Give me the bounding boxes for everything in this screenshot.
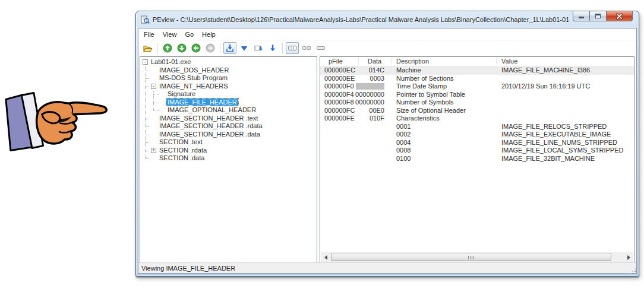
minimize-button[interactable] <box>573 11 590 21</box>
tree-item-section-header-text[interactable]: IMAGE_SECTION_HEADER .text <box>140 115 317 123</box>
horizontal-scrollbar[interactable] <box>321 252 633 262</box>
tree-item-section-header-data[interactable]: IMAGE_SECTION_HEADER .data <box>140 131 317 139</box>
tree-item-signature[interactable]: Signature <box>140 90 317 99</box>
menu-view[interactable]: View <box>159 30 181 39</box>
tree-item-section-rdata[interactable]: + SECTION .rdata <box>140 147 317 155</box>
tree-item-section-text[interactable]: SECTION .text <box>140 138 317 147</box>
status-text: Viewing IMAGE_FILE_HEADER <box>141 265 235 272</box>
tree-item-section-data[interactable]: SECTION .data <box>140 154 317 163</box>
table-row[interactable]: 0004 IMAGE_FILE_LINE_NUMS_STRIPPED <box>320 139 634 147</box>
cell-description: 0004 <box>396 139 411 147</box>
tree-item-label: IMAGE_NT_HEADERS <box>158 82 229 90</box>
column-separator <box>496 58 497 65</box>
folder-open-icon <box>143 45 153 52</box>
table-row[interactable]: 000000F0 Time Date Stamp 2010/12/19 Sun … <box>320 82 634 91</box>
tree-item-section-header-rdata[interactable]: IMAGE_SECTION_HEADER .rdata <box>140 122 317 131</box>
columns-view-icon <box>288 43 297 53</box>
goto-parent-button[interactable] <box>252 42 265 54</box>
tree-item-image-dos-header[interactable]: IMAGE_DOS_HEADER <box>140 66 317 75</box>
tree-item-msdos-stub-program[interactable]: MS-DOS Stub Program <box>140 74 317 82</box>
view-single-button[interactable] <box>314 42 327 54</box>
tree-item-label-selected: IMAGE_FILE_HEADER <box>166 99 238 106</box>
collapse-expander-icon[interactable]: - <box>151 84 156 89</box>
scrollbar-thumb[interactable] <box>331 253 611 261</box>
cell-description: 0002 <box>396 131 411 139</box>
nav-back-icon <box>191 43 201 53</box>
view-split-button[interactable] <box>300 42 313 54</box>
table-row[interactable]: 0002 IMAGE_FILE_EXECUTABLE_IMAGE <box>320 131 634 139</box>
scroll-left-button[interactable] <box>321 252 330 262</box>
cell-data: 00000000 <box>353 99 384 107</box>
nav-up-button[interactable] <box>161 42 174 54</box>
nav-down-icon <box>177 43 187 53</box>
expand-into-button[interactable] <box>223 42 236 54</box>
collapse-expander-icon[interactable]: - <box>143 59 148 65</box>
goto-next-button[interactable] <box>266 42 279 54</box>
column-separator <box>358 58 359 65</box>
arrow-into-box-icon <box>225 44 235 53</box>
close-icon <box>616 13 623 20</box>
cell-description: Number of Sections <box>396 75 454 83</box>
tree-item-label: Lab01-01.exe <box>150 58 192 65</box>
tree-item-label: Signature <box>166 90 197 97</box>
column-header-pfile[interactable]: pFile <box>329 58 343 65</box>
resize-grip-icon[interactable] <box>629 268 636 275</box>
client-area: File View Go Help <box>138 28 637 274</box>
nav-forward-button[interactable] <box>204 42 217 54</box>
cell-pfile: 000000F8 <box>324 99 354 107</box>
cell-pfile: 000000F0 <box>324 82 354 91</box>
tree-item-label: IMAGE_SECTION_HEADER .text <box>158 115 259 122</box>
table-row[interactable]: 000000EC 014C Machine IMAGE_FILE_MACHINE… <box>320 66 634 75</box>
tree-item-label: IMAGE_SECTION_HEADER .rdata <box>158 122 264 129</box>
cell-value: 2010/12/19 Sun 16:16:19 UTC <box>501 82 590 91</box>
one-pane-view-icon <box>316 43 326 53</box>
column-header-value[interactable]: Value <box>501 58 517 65</box>
tree-item-lab01-01-exe[interactable]: - Lab01-01.exe <box>140 58 317 66</box>
tree-item-label: SECTION .data <box>158 154 206 161</box>
cell-pfile: 000000FE <box>324 115 355 123</box>
table-row[interactable]: 000000FE 010F Characteristics <box>320 115 634 123</box>
toolbar-separator <box>282 43 283 53</box>
window-controls <box>573 11 633 21</box>
table-row[interactable]: 0001 IMAGE_FILE_RELOCS_STRIPPED <box>320 123 634 131</box>
maximize-button[interactable] <box>590 11 606 21</box>
cell-description: Characteristics <box>396 115 440 123</box>
column-header-description[interactable]: Description <box>396 58 429 65</box>
nav-forward-icon-disabled <box>206 43 215 53</box>
tree-item-image-nt-headers[interactable]: - IMAGE_NT_HEADERS <box>140 82 317 91</box>
menu-file[interactable]: File <box>140 30 159 39</box>
expand-expander-icon[interactable]: + <box>151 148 156 153</box>
cell-value: IMAGE_FILE_LINE_NUMS_STRIPPED <box>501 139 617 147</box>
open-file-button[interactable] <box>141 42 154 54</box>
two-pane-view-icon <box>302 43 311 53</box>
table-header-row: pFile Data Description Value <box>320 57 634 66</box>
tree-item-image-file-header-selected[interactable]: IMAGE_FILE_HEADER <box>140 99 317 107</box>
table-row[interactable]: 000000F4 00000000 Pointer to Symbol Tabl… <box>320 91 634 99</box>
cell-pfile: 000000EC <box>324 66 355 75</box>
nav-back-button[interactable] <box>190 42 203 54</box>
table-row[interactable]: 000000EE 0003 Number of Sections <box>320 75 634 83</box>
tree-item-image-optional-header[interactable]: IMAGE_OPTIONAL_HEADER <box>140 106 317 115</box>
collapse-button[interactable] <box>238 42 251 54</box>
cell-description: Size of Optional Header <box>396 107 466 115</box>
close-button[interactable] <box>606 11 633 21</box>
menu-help[interactable]: Help <box>198 30 220 39</box>
view-columns-button[interactable] <box>286 42 299 54</box>
scroll-right-button[interactable] <box>624 252 633 262</box>
table-row[interactable]: 0008 IMAGE_FILE_LOCAL_SYMS_STRIPPED <box>320 147 634 155</box>
cell-value: IMAGE_FILE_32BIT_MACHINE <box>501 155 595 163</box>
column-header-data[interactable]: Data <box>368 58 381 65</box>
tree-item-label: SECTION .text <box>158 138 204 145</box>
menu-go[interactable]: Go <box>181 30 198 39</box>
table-row[interactable]: 0100 IMAGE_FILE_32BIT_MACHINE <box>320 155 634 163</box>
cell-value: IMAGE_FILE_LOCAL_SYMS_STRIPPED <box>501 147 623 155</box>
table-row[interactable]: 000000FC 00E0 Size of Optional Header <box>320 107 634 115</box>
pointing-hand-illustration <box>4 91 114 153</box>
cell-pfile: 000000EE <box>324 75 355 83</box>
nav-down-button[interactable] <box>175 42 188 54</box>
tree-item-label: IMAGE_OPTIONAL_HEADER <box>166 106 257 113</box>
table-row[interactable]: 000000F8 00000000 Number of Symbols <box>320 99 634 107</box>
cell-pfile: 000000F4 <box>324 91 354 99</box>
title-bar[interactable]: PEview - C:\Users\student\Desktop\126\Pr… <box>136 11 639 28</box>
triangle-down-icon <box>239 44 249 53</box>
